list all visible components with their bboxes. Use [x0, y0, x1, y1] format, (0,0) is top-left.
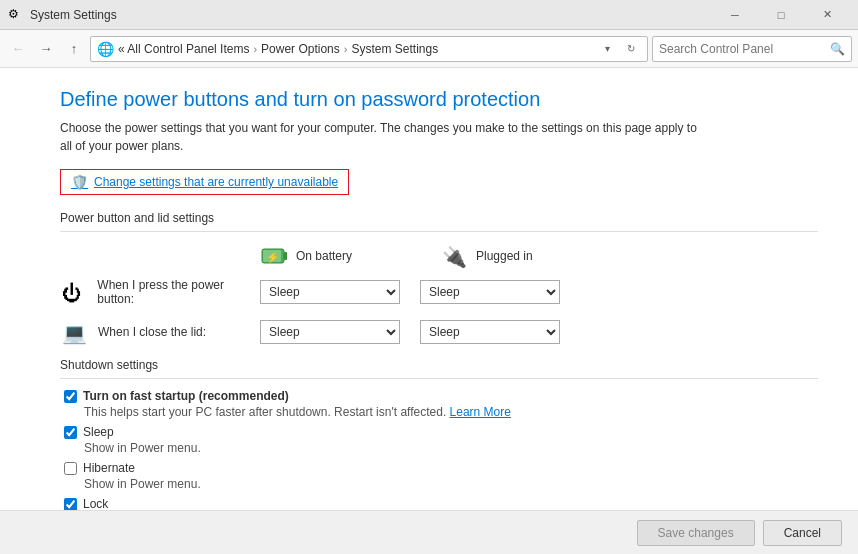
power-table-header: ⚡ On battery 🔌 Plugged in [60, 242, 818, 270]
globe-icon: 🌐 [97, 41, 114, 57]
maximize-button[interactable]: □ [758, 0, 804, 30]
svg-text:⚡: ⚡ [266, 250, 280, 264]
search-icon[interactable]: 🔍 [830, 42, 845, 56]
close-button[interactable]: ✕ [804, 0, 850, 30]
plugged-in-label: Plugged in [476, 249, 533, 263]
battery-icon: ⚡ [260, 242, 288, 270]
lock-row: Lock [64, 497, 818, 510]
hibernate-label[interactable]: Hibernate [83, 461, 135, 475]
lid-selects: Sleep Hibernate Shut down Turn off the d… [260, 320, 560, 344]
svg-text:⏻: ⏻ [62, 282, 82, 304]
power-button-section: Power button and lid settings ⚡ On batte… [60, 211, 818, 346]
forward-button[interactable]: → [34, 37, 58, 61]
power-button-icon: ⏻ [60, 278, 87, 306]
fast-startup-item: Turn on fast startup (recommended) This … [60, 389, 818, 419]
address-dropdown-button[interactable]: ▾ [597, 38, 617, 60]
shutdown-section: Shutdown settings Turn on fast startup (… [60, 358, 818, 510]
power-button-row: ⏻ When I press the power button: Sleep H… [60, 278, 818, 306]
change-settings-label: Change settings that are currently unava… [94, 175, 338, 189]
on-battery-label: On battery [296, 249, 352, 263]
shutdown-section-header: Shutdown settings [60, 358, 818, 379]
power-button-battery-select[interactable]: Sleep Hibernate Shut down Turn off the d… [260, 280, 400, 304]
breadcrumb-sep-1: › [253, 43, 257, 55]
minimize-button[interactable]: ─ [712, 0, 758, 30]
sleep-checkbox[interactable] [64, 426, 77, 439]
search-input[interactable] [659, 42, 826, 56]
up-button[interactable]: ↑ [62, 37, 86, 61]
titlebar-title: System Settings [30, 8, 712, 22]
svg-rect-1 [284, 252, 287, 260]
learn-more-link[interactable]: Learn More [450, 405, 511, 419]
breadcrumb-current: System Settings [351, 42, 438, 56]
shield-icon: 🛡️ [71, 174, 88, 190]
svg-text:💻: 💻 [62, 321, 87, 345]
power-button-plugged-select[interactable]: Sleep Hibernate Shut down Turn off the d… [420, 280, 560, 304]
page-heading: Define power buttons and turn on passwor… [60, 88, 818, 111]
lock-item: Lock Show in account picture menu. [60, 497, 818, 510]
power-button-selects: Sleep Hibernate Shut down Turn off the d… [260, 280, 560, 304]
navbar: ← → ↑ 🌐 « All Control Panel Items › Powe… [0, 30, 858, 68]
back-button[interactable]: ← [6, 37, 30, 61]
hibernate-checkbox[interactable] [64, 462, 77, 475]
fast-startup-checkbox[interactable] [64, 390, 77, 403]
scroll-container[interactable]: Define power buttons and turn on passwor… [0, 68, 858, 510]
fast-startup-sub: This helps start your PC faster after sh… [64, 405, 818, 419]
lid-label-container: 💻 When I close the lid: [60, 318, 260, 346]
sleep-item: Sleep Show in Power menu. [60, 425, 818, 455]
lid-icon: 💻 [60, 318, 88, 346]
plug-icon: 🔌 [440, 242, 468, 270]
sleep-label[interactable]: Sleep [83, 425, 114, 439]
page-description: Choose the power settings that you want … [60, 119, 710, 155]
change-settings-link[interactable]: 🛡️ Change settings that are currently un… [60, 169, 349, 195]
bottom-bar: Save changes Cancel [0, 510, 858, 554]
cancel-button[interactable]: Cancel [763, 520, 842, 546]
sleep-sub: Show in Power menu. [64, 441, 818, 455]
titlebar: ⚙ System Settings ─ □ ✕ [0, 0, 858, 30]
titlebar-controls: ─ □ ✕ [712, 0, 850, 30]
sleep-row: Sleep [64, 425, 818, 439]
fast-startup-label[interactable]: Turn on fast startup (recommended) [83, 389, 289, 403]
on-battery-header: ⚡ On battery [260, 242, 420, 270]
svg-text:🔌: 🔌 [442, 245, 467, 269]
lid-row: 💻 When I close the lid: Sleep Hibernate … [60, 318, 818, 346]
breadcrumb-part-2[interactable]: Power Options [261, 42, 340, 56]
search-box[interactable]: 🔍 [652, 36, 852, 62]
lock-checkbox[interactable] [64, 498, 77, 511]
lid-battery-select[interactable]: Sleep Hibernate Shut down Turn off the d… [260, 320, 400, 344]
breadcrumb-part-1[interactable]: « All Control Panel Items [118, 42, 249, 56]
lock-label[interactable]: Lock [83, 497, 108, 510]
breadcrumb-sep-2: › [344, 43, 348, 55]
lid-label: When I close the lid: [98, 325, 206, 339]
hibernate-item: Hibernate Show in Power menu. [60, 461, 818, 491]
plugged-in-header: 🔌 Plugged in [440, 242, 600, 270]
hibernate-sub: Show in Power menu. [64, 477, 818, 491]
save-button[interactable]: Save changes [637, 520, 755, 546]
content-area: Define power buttons and turn on passwor… [0, 68, 858, 554]
power-button-label: When I press the power button: [97, 278, 260, 306]
refresh-button[interactable]: ↻ [621, 38, 641, 60]
hibernate-row: Hibernate [64, 461, 818, 475]
power-button-label-container: ⏻ When I press the power button: [60, 278, 260, 306]
address-bar: 🌐 « All Control Panel Items › Power Opti… [90, 36, 648, 62]
power-section-header: Power button and lid settings [60, 211, 818, 232]
fast-startup-row: Turn on fast startup (recommended) [64, 389, 818, 403]
lid-plugged-select[interactable]: Sleep Hibernate Shut down Turn off the d… [420, 320, 560, 344]
titlebar-icon: ⚙ [8, 7, 24, 23]
